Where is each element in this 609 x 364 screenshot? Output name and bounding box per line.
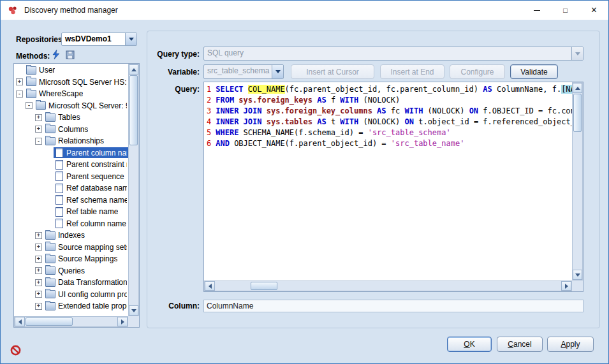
tree-item[interactable]: +UI config column prope: [14, 289, 128, 301]
ok-button[interactable]: OK: [447, 337, 492, 352]
sql-token: COL_NAME: [248, 85, 285, 94]
refresh-methods-icon[interactable]: [50, 49, 61, 59]
scroll-up-button[interactable]: [573, 83, 582, 93]
folder-icon: [26, 90, 36, 98]
button-label: Insert at End: [390, 68, 434, 76]
column-label: Column:: [146, 302, 200, 310]
toggle-slot: +: [35, 303, 44, 310]
insert-at-end-button: Insert at End: [380, 64, 444, 79]
sql-token: SCHEMA_NAME(f.schema_id) =: [244, 128, 368, 137]
expand-toggle-icon[interactable]: +: [35, 267, 42, 274]
tree-item-label: Tables: [58, 113, 80, 122]
expand-toggle-icon[interactable]: +: [16, 78, 23, 85]
expand-toggle-icon[interactable]: +: [35, 232, 42, 239]
tree-item-content: Microsoft SQL Server HS: 9: [25, 76, 128, 87]
cancel-button[interactable]: Cancel: [497, 337, 543, 352]
column-field[interactable]: [203, 300, 583, 312]
close-button[interactable]: ×: [580, 1, 608, 20]
toggle-slot: +: [35, 279, 44, 286]
variable-combo-value: src_table_schema: [204, 65, 272, 78]
expand-toggle-icon[interactable]: +: [35, 291, 42, 298]
tree-item-label: Source mapping sets: [58, 243, 127, 252]
folder-icon: [45, 125, 55, 133]
tree-item[interactable]: Parent sequence: [14, 171, 128, 183]
apply-button[interactable]: Apply: [547, 337, 594, 352]
collapse-toggle-icon[interactable]: -: [16, 91, 23, 98]
collapse-toggle-icon[interactable]: -: [35, 138, 42, 145]
collapse-toggle-icon[interactable]: -: [26, 102, 33, 109]
editor-vertical-scrollbar[interactable]: [572, 82, 583, 280]
tree-item-content: Data Transformations: [44, 277, 128, 288]
save-methods-icon[interactable]: [65, 50, 75, 60]
tree-item[interactable]: Parent constraint name: [14, 159, 128, 171]
query-type-label: Query type:: [146, 50, 200, 59]
expand-toggle-icon[interactable]: +: [35, 126, 42, 133]
tree-vscroll-thumb[interactable]: [129, 75, 138, 145]
sql-token: (NOLOCK): [363, 96, 400, 105]
expand-toggle-icon[interactable]: +: [35, 114, 42, 121]
tree-item[interactable]: +Data Transformations: [14, 277, 128, 289]
document-icon: [55, 148, 63, 157]
toggle-slot: +: [35, 114, 44, 121]
editor-horizontal-scrollbar[interactable]: [204, 280, 572, 291]
editor-vscroll-thumb[interactable]: [573, 94, 582, 132]
minimize-button[interactable]: [522, 1, 551, 20]
scroll-right-button[interactable]: [561, 281, 571, 291]
scroll-down-button[interactable]: [573, 270, 582, 280]
sql-editor[interactable]: 1SELECT COL_NAME(fc.parent_object_id, fc…: [203, 82, 583, 292]
repositories-combobox[interactable]: wsDVDemo1: [61, 33, 137, 46]
tree-item[interactable]: +Extended table propert: [14, 300, 128, 312]
variable-label: Variable:: [146, 68, 200, 76]
expand-toggle-icon[interactable]: +: [35, 256, 42, 263]
tree-hscroll-thumb[interactable]: [26, 317, 73, 326]
scroll-right-button[interactable]: [117, 317, 128, 326]
editor-hscroll-thumb[interactable]: [251, 282, 277, 290]
tree-item[interactable]: +Source mapping sets: [14, 242, 128, 254]
tree-item[interactable]: Parent column name: [14, 147, 128, 159]
arrow-up-icon: [575, 87, 580, 90]
expand-toggle-icon[interactable]: +: [35, 279, 42, 286]
tree-vertical-scrollbar[interactable]: [128, 64, 139, 316]
tree-horizontal-scrollbar[interactable]: [14, 316, 128, 327]
sql-token: WITH: [404, 106, 427, 115]
tree-item-label: UI config column prope: [58, 290, 127, 299]
expand-toggle-icon[interactable]: +: [35, 303, 42, 310]
sql-token: [NAME: [561, 85, 572, 94]
variable-combobox[interactable]: src_table_schema: [203, 64, 284, 79]
scroll-left-button[interactable]: [205, 281, 215, 291]
tree-item[interactable]: -Microsoft SQL Server: 9.0 -: [14, 100, 128, 112]
tree-item[interactable]: Ref column name: [14, 218, 128, 230]
folder-icon: [26, 66, 36, 75]
tree-item[interactable]: Ref table name: [14, 206, 128, 218]
sql-code[interactable]: 1SELECT COL_NAME(fc.parent_object_id, fc…: [204, 82, 572, 280]
scroll-left-button[interactable]: [15, 317, 25, 326]
scroll-down-button[interactable]: [129, 305, 138, 316]
document-icon: [55, 184, 63, 193]
tree-item[interactable]: +Microsoft SQL Server HS: 9: [14, 76, 128, 89]
sql-token: INNER JOIN: [216, 106, 266, 115]
configure-button: Configure: [450, 64, 505, 79]
tree-item[interactable]: +Columns: [14, 124, 128, 136]
tree-item[interactable]: +Indexes: [14, 229, 128, 242]
line-number: 2: [207, 96, 211, 105]
sql-token: t.object_id = f.referenced_object_id: [418, 117, 572, 126]
tree-item[interactable]: Ref database name: [14, 182, 128, 194]
tree-item[interactable]: -WhereScape: [14, 88, 128, 100]
scroll-up-button[interactable]: [129, 64, 138, 75]
line-number: 1: [207, 85, 211, 94]
line-number: 6: [207, 139, 211, 148]
maximize-button[interactable]: □: [551, 1, 580, 20]
sql-token: t: [331, 117, 340, 126]
tree-item-content: Ref table name: [54, 207, 128, 217]
tree-item[interactable]: +Source Mappings: [14, 253, 128, 265]
tree-item[interactable]: +Tables: [14, 112, 128, 124]
sql-token: ColumnName, f.: [497, 85, 561, 94]
tree-item[interactable]: User: [14, 64, 128, 76]
validate-button[interactable]: Validate: [510, 64, 558, 79]
tree-item[interactable]: +Queries: [14, 265, 128, 277]
sql-line: 6AND OBJECT_NAME(f.parent_object_id) = '…: [207, 138, 572, 149]
arrow-left-icon: [209, 284, 212, 289]
expand-toggle-icon[interactable]: +: [35, 244, 42, 251]
tree-item[interactable]: Ref schema name: [14, 194, 128, 207]
tree-item[interactable]: -Relationships: [14, 135, 128, 147]
